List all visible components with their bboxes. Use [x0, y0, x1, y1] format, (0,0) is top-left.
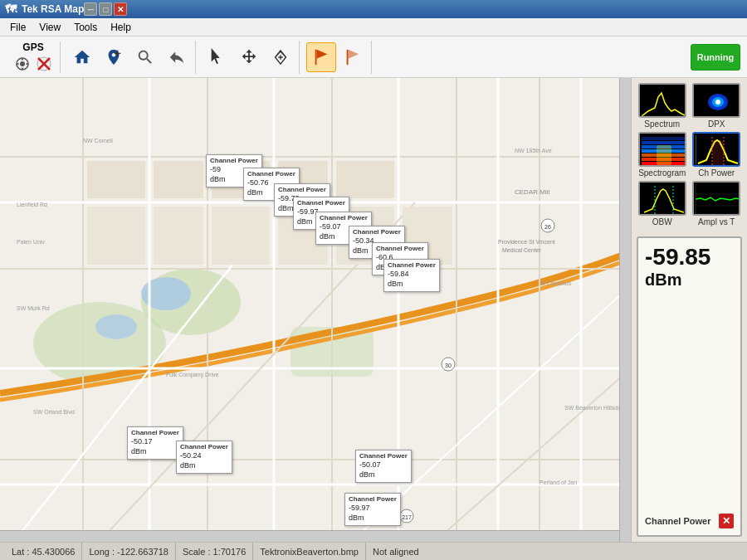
ch-power-footer: Channel Power ✕	[645, 514, 734, 528]
map-scroll-horizontal[interactable]	[0, 530, 619, 542]
ch-power-label: Channel Power	[645, 516, 710, 526]
svg-text:Lienfield Rd: Lienfield Rd	[17, 202, 47, 207]
toolbar-select	[199, 41, 300, 74]
map-svg: Google 30 26 217 CEDAR Mill NW 185th Ave…	[0, 78, 631, 542]
menubar: File View Tools Help	[0, 18, 747, 37]
gps-group: GPS	[7, 41, 61, 73]
status-long: Long : -122.663718	[82, 543, 175, 560]
ch-power-value: -59.85	[645, 245, 734, 270]
svg-rect-83	[696, 165, 740, 166]
menu-file[interactable]: File	[3, 20, 32, 35]
titlebar-title: Tek RSA Map	[22, 3, 84, 15]
titlebar-controls: ─ □ ✕	[84, 2, 127, 16]
amplvst-thumbnail	[692, 181, 740, 216]
svg-rect-39	[87, 207, 145, 265]
menu-tools[interactable]: Tools	[67, 20, 104, 35]
running-section: Running	[691, 44, 740, 71]
svg-rect-6	[315, 49, 317, 64]
channel-power-marker[interactable]: Channel Power-50.07dBm	[355, 450, 412, 483]
svg-text:NW 185th Ave: NW 185th Ave	[515, 148, 552, 153]
move-button[interactable]	[234, 42, 264, 72]
spectrogram-thumbnail	[638, 132, 686, 167]
svg-text:217: 217	[402, 514, 412, 520]
toolbar: GPS	[0, 37, 747, 78]
maximize-button[interactable]: □	[99, 2, 112, 16]
status-alignment: Not aligned	[366, 543, 426, 560]
main-area: Google 30 26 217 CEDAR Mill NW 185th Ave…	[0, 78, 747, 542]
svg-rect-38	[336, 161, 394, 198]
map-scroll-vertical[interactable]	[619, 78, 631, 542]
svg-rect-41	[212, 207, 270, 265]
toolbar-flags	[303, 41, 372, 74]
close-button[interactable]: ✕	[114, 2, 127, 16]
minimize-button[interactable]: ─	[84, 2, 97, 16]
channel-power-marker[interactable]: Channel Power-59.97dBm	[344, 493, 401, 526]
dpx-button[interactable]: DPX	[691, 83, 743, 129]
amplvst-label: Ampl vs T	[698, 217, 735, 226]
svg-rect-75	[642, 141, 686, 144]
obw-thumbnail	[638, 181, 686, 216]
dpx-thumbnail	[692, 83, 740, 118]
channel-power-marker[interactable]: Channel Power-50.24dBm	[176, 441, 232, 474]
svg-text:Fulk Company Drive: Fulk Company Drive	[166, 372, 219, 378]
status-scale: Scale : 1:70176	[176, 543, 253, 560]
measure-button[interactable]	[266, 42, 295, 72]
svg-text:SW Orland Blvd: SW Orland Blvd	[33, 409, 75, 415]
obw-button[interactable]: OBW	[637, 181, 688, 226]
svg-point-0	[20, 61, 25, 66]
chpower-thumbnail	[692, 132, 740, 167]
pan-button[interactable]	[162, 42, 192, 72]
svg-rect-74	[642, 137, 686, 140]
ch-power-close-button[interactable]: ✕	[719, 514, 734, 528]
map-area[interactable]: Google 30 26 217 CEDAR Mill NW 185th Ave…	[0, 78, 631, 542]
svg-text:SW Murk Rd: SW Murk Rd	[17, 305, 50, 311]
spectrogram-label: Spectrogram	[638, 168, 686, 178]
spectrum-thumbnail	[638, 83, 686, 118]
status-lat: Lat : 45.430066	[5, 543, 82, 560]
running-button[interactable]: Running	[691, 44, 740, 71]
svg-point-13	[95, 314, 137, 339]
select-button[interactable]	[203, 42, 232, 72]
svg-text:St Cornelius: St Cornelius	[540, 280, 572, 286]
chpower-button[interactable]: Ch Power	[691, 132, 743, 178]
dpx-label: DPX	[708, 119, 725, 129]
svg-rect-84	[696, 135, 696, 165]
chpower-label: Ch Power	[698, 168, 735, 178]
gps-label: GPS	[22, 41, 43, 53]
home-button[interactable]	[67, 42, 97, 72]
svg-rect-34	[87, 161, 145, 198]
svg-text:Palen Univ: Palen Univ	[17, 239, 45, 245]
svg-rect-7	[347, 49, 349, 64]
ch-power-reading: -59.85 dBm	[645, 245, 734, 290]
svg-rect-81	[657, 145, 671, 165]
locate-button[interactable]	[99, 42, 129, 72]
svg-text:Medical Center: Medical Center	[502, 247, 542, 253]
svg-rect-35	[154, 161, 203, 198]
spectrum-label: Spectrum	[644, 119, 680, 129]
instrument-grid: Spectrum DPX	[632, 78, 747, 231]
svg-text:NW Cornell: NW Cornell	[83, 138, 113, 144]
gps-no-signal-icon	[35, 55, 53, 73]
obw-label: OBW	[652, 217, 672, 226]
channel-power-marker[interactable]: Channel Power-50.17dBm	[127, 426, 183, 460]
svg-point-72	[715, 100, 720, 105]
svg-text:Perland of Jan: Perland of Jan	[540, 480, 577, 485]
ch-power-unit: dBm	[645, 270, 734, 290]
menu-help[interactable]: Help	[104, 20, 138, 35]
svg-text:26: 26	[544, 224, 551, 230]
titlebar: 🗺 Tek RSA Map ─ □ ✕	[0, 0, 747, 18]
flag-active-button[interactable]	[306, 42, 336, 72]
gps-settings-icon[interactable]	[13, 55, 32, 73]
search-button[interactable]	[130, 42, 160, 72]
menu-view[interactable]: View	[32, 20, 67, 35]
channel-power-marker[interactable]: Channel Power-59.84dBm	[383, 259, 440, 292]
toolbar-nav	[64, 41, 196, 74]
spectrogram-button[interactable]: Spectrogram	[637, 132, 688, 178]
status-filename: TektronixBeaverton.bmp	[253, 543, 366, 560]
spectrum-button[interactable]: Spectrum	[637, 83, 688, 129]
right-panel: Spectrum DPX	[631, 78, 747, 542]
svg-point-5	[116, 51, 120, 55]
flag-button[interactable]	[338, 42, 368, 72]
svg-text:CEDAR Mill: CEDAR Mill	[515, 188, 549, 196]
amplvst-button[interactable]: Ampl vs T	[691, 181, 743, 226]
